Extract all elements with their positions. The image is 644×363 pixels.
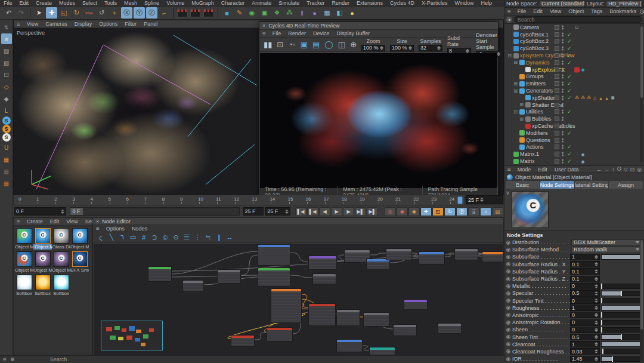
current-frame-field[interactable]: 0 F: [14, 207, 66, 216]
psr-icon[interactable]: PSR: [83, 7, 95, 19]
menu-item-mode[interactable]: Mode: [514, 167, 535, 173]
menu-item-edit[interactable]: Edit: [47, 219, 63, 224]
node-editor-minimap[interactable]: [101, 321, 163, 350]
spinner-icon[interactable]: [595, 269, 598, 273]
menu-item-panel[interactable]: Panel: [140, 21, 161, 27]
redo-icon[interactable]: ↷: [16, 7, 27, 19]
render-settings-icon[interactable]: [203, 9, 214, 17]
frame-icon[interactable]: ▭: [128, 233, 138, 242]
param-knob-icon[interactable]: [506, 328, 510, 332]
record-active-button[interactable]: ◉: [397, 207, 408, 216]
camera-lock-icon[interactable]: ◫: [338, 40, 345, 49]
enabled-check-icon[interactable]: ✓: [567, 88, 572, 94]
menu-item-device[interactable]: Device: [309, 30, 333, 36]
visibility-dots[interactable]: [562, 89, 564, 93]
key-rotation-button[interactable]: ↻: [444, 207, 456, 216]
param-slider[interactable]: [601, 327, 642, 333]
lock-z-icon[interactable]: Ⓩ: [146, 7, 157, 19]
visibility-dots[interactable]: [562, 25, 564, 29]
material-thumbnail[interactable]: C: [17, 228, 32, 244]
menu-item-cycles-4d[interactable]: Cycles 4D: [386, 0, 418, 6]
material-thumbnail[interactable]: [54, 275, 69, 290]
graph-node[interactable]: [369, 347, 395, 355]
object-tree-row[interactable]: Modifiers✓: [504, 130, 644, 137]
volume-icon[interactable]: ●: [309, 7, 320, 19]
param-knob-icon[interactable]: [506, 277, 510, 281]
slider-knob[interactable]: [602, 349, 603, 354]
layout-dropdown[interactable]: HD_Preview (User): [606, 1, 642, 7]
expand-icon[interactable]: ⊟: [507, 53, 512, 59]
spinner-icon[interactable]: [595, 357, 598, 361]
visibility-dots[interactable]: [562, 159, 564, 164]
spinner-icon[interactable]: [595, 277, 598, 281]
spinner-icon[interactable]: [595, 342, 598, 346]
record-position-button[interactable]: ◎: [385, 207, 396, 216]
power-slider[interactable]: 0 F: [70, 207, 240, 216]
param-input[interactable]: 1: [570, 304, 600, 311]
menu-item-modes[interactable]: Modes: [55, 0, 79, 6]
timeline-ruler[interactable]: 0123456789101112131415161718192021222324: [13, 195, 465, 205]
enabled-check-icon[interactable]: ✓: [567, 144, 572, 150]
param-input[interactable]: 0: [570, 319, 600, 326]
object-tree-row[interactable]: xpExplosiaFX▦◉: [504, 66, 644, 73]
next-frame-button[interactable]: ▶: [343, 207, 354, 216]
forward-icon[interactable]: →: [604, 167, 609, 173]
slider-knob[interactable]: [612, 356, 613, 362]
visibility-dots[interactable]: [562, 131, 564, 135]
param-slider[interactable]: [601, 349, 642, 354]
slider-knob[interactable]: [601, 327, 602, 333]
object-tag-icon[interactable]: ◉: [580, 152, 586, 157]
field-input[interactable]: 100 %: [361, 45, 385, 51]
simulate-badge-orange-icon[interactable]: S: [2, 125, 11, 133]
material-preview-thumbnail[interactable]: C: [512, 191, 549, 228]
material-thumbnail[interactable]: C: [35, 251, 51, 267]
prev-frame-button[interactable]: ◀: [319, 207, 330, 216]
spinner-icon[interactable]: [595, 328, 598, 332]
menu-item-tools[interactable]: Tools: [101, 0, 120, 6]
material-item[interactable]: CObject M: [33, 228, 52, 250]
edit-toggle[interactable]: [555, 159, 559, 164]
edit-toggle[interactable]: [555, 60, 559, 65]
param-input[interactable]: 0: [570, 312, 600, 318]
param-slider[interactable]: [601, 356, 642, 362]
spinner-icon[interactable]: [595, 313, 598, 317]
visibility-dots[interactable]: [562, 75, 564, 79]
material-item[interactable]: CObject M: [33, 251, 52, 273]
param-knob-icon[interactable]: [506, 284, 510, 288]
bar-icon[interactable]: ❙: [214, 233, 224, 242]
render-picture-viewer-icon[interactable]: [190, 9, 201, 17]
material-thumbnail[interactable]: [17, 275, 32, 290]
param-slider[interactable]: [601, 312, 642, 318]
menu-item-x-particles[interactable]: X-Particles: [418, 0, 451, 6]
mesh-dark-icon[interactable]: ▦: [1, 166, 12, 177]
graph-node[interactable]: [386, 248, 412, 260]
edit-toggle[interactable]: [555, 144, 559, 149]
menu-item-select[interactable]: Select: [79, 0, 101, 6]
object-tag-icon[interactable]: ⁖: [574, 159, 580, 164]
spinner-icon[interactable]: [408, 46, 412, 50]
tab-assign[interactable]: Assign: [609, 181, 643, 189]
param-input[interactable]: 0.1: [570, 261, 600, 267]
graph-node[interactable]: [312, 273, 336, 284]
visibility-dots[interactable]: [562, 145, 564, 149]
menu-item-file[interactable]: File: [514, 8, 530, 14]
edit-toggle[interactable]: [555, 81, 559, 86]
search-icon[interactable]: [617, 167, 621, 171]
visibility-dots[interactable]: [562, 67, 564, 72]
menu-item-nodes[interactable]: Nodes: [128, 226, 151, 232]
menu-item-render[interactable]: Render: [284, 30, 309, 36]
panel-menu-icon[interactable]: ≡: [259, 30, 269, 37]
graph-node[interactable]: [404, 299, 428, 310]
object-tree-row[interactable]: Actions✓: [504, 144, 644, 151]
enabled-check-icon[interactable]: ✓: [567, 53, 572, 59]
spinner-icon[interactable]: [595, 291, 598, 296]
search-icon[interactable]: [640, 10, 644, 14]
autokey-button[interactable]: ◉: [408, 207, 420, 216]
slider-knob[interactable]: [621, 291, 622, 296]
visibility-dots[interactable]: [562, 82, 564, 86]
graph-node[interactable]: [438, 323, 462, 334]
spinner-icon[interactable]: [595, 284, 598, 288]
object-tag-icon[interactable]: ▣: [610, 95, 615, 100]
object-tree-row[interactable]: Matrix✓⁖◉: [504, 158, 644, 165]
expand-icon[interactable]: ⊟: [513, 60, 518, 65]
